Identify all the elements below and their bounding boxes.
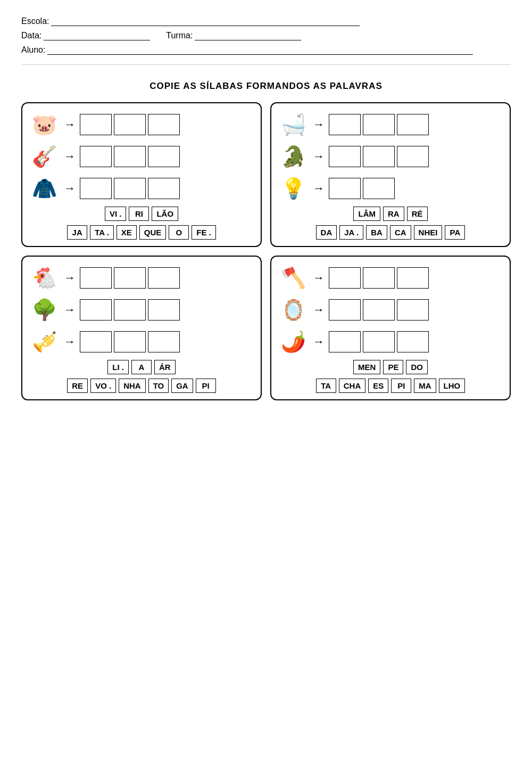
q1-answer-1 [80, 114, 254, 135]
q3-row-2: 🌳 → [29, 296, 254, 324]
ans-box[interactable] [363, 146, 395, 167]
ans-box[interactable] [148, 299, 180, 321]
ans-box[interactable] [363, 267, 395, 289]
ans-box[interactable] [80, 267, 112, 289]
q3-answer-3 [80, 331, 254, 352]
syl-lao: LÃO [152, 207, 178, 221]
mirror-icon: 🪞 [278, 296, 309, 324]
syl-ar: ÁR [154, 360, 176, 374]
ans-box[interactable] [148, 146, 180, 167]
syl-ma: MA [414, 379, 436, 393]
turma-label: Turma: [166, 31, 193, 40]
ans-box[interactable] [329, 114, 361, 135]
quadrant-1: 🐷 → 🎸 → 🧥 → [21, 102, 262, 247]
escola-input[interactable] [51, 16, 360, 26]
ans-box[interactable] [80, 331, 112, 352]
syl-o: O [169, 225, 189, 240]
ans-box[interactable] [329, 178, 361, 199]
q2-row-3: 💡 → [278, 175, 503, 202]
q2-arrow-3: → [313, 182, 325, 195]
syl-que: QUE [139, 225, 167, 240]
axe-icon: 🪓 [278, 264, 309, 292]
q4-answer-1 [329, 267, 503, 289]
q1-row-3: 🧥 → [29, 175, 254, 202]
ans-box[interactable] [148, 267, 180, 289]
syl-nha: NHA [119, 379, 146, 393]
ans-box[interactable] [80, 114, 112, 135]
turma-input[interactable] [195, 30, 301, 40]
tree-icon: 🌳 [29, 296, 60, 324]
ans-box[interactable] [80, 178, 112, 199]
ans-box[interactable] [397, 267, 429, 289]
aluno-label: Aluno: [21, 45, 45, 55]
ans-box[interactable] [114, 114, 146, 135]
ans-box[interactable] [363, 331, 395, 352]
syl-vo: VO . [90, 379, 116, 393]
q4-syllables-top: MEN PE DO [278, 360, 503, 374]
q1-answer-2 [80, 146, 254, 167]
ans-box[interactable] [114, 331, 146, 352]
q2-row-2: 🐊 → [278, 143, 503, 170]
bathtub-icon: 🛁 [278, 111, 309, 138]
pig-icon: 🐷 [29, 111, 60, 138]
ans-box[interactable] [114, 146, 146, 167]
syl-ga: GA [171, 379, 193, 393]
q1-row-1: 🐷 → [29, 111, 254, 138]
q2-arrow-2: → [313, 150, 325, 163]
ans-box[interactable] [80, 146, 112, 167]
ans-box[interactable] [363, 299, 395, 321]
q1-answer-3 [80, 178, 254, 199]
ans-box[interactable] [114, 299, 146, 321]
syl-ta: TA . [90, 225, 114, 240]
syl-fe: FE . [192, 225, 216, 240]
ans-box[interactable] [397, 114, 429, 135]
q2-answer-3 [329, 178, 503, 199]
q4-images: 🪓 → 🪞 → 🌶️ → [278, 264, 503, 356]
q3-answer-1 [80, 267, 254, 289]
syl-pi: PI [196, 379, 216, 393]
ans-box[interactable] [329, 267, 361, 289]
q1-arrow-1: → [64, 118, 76, 132]
q3-row-3: 🎺 → [29, 328, 254, 356]
vest-icon: 🧥 [29, 175, 60, 202]
q3-images: 🐔 → 🌳 → 🎺 → [29, 264, 254, 356]
syl-do: DO [406, 360, 428, 374]
ans-box[interactable] [397, 299, 429, 321]
syl-es: ES [368, 379, 388, 393]
ans-box[interactable] [114, 178, 146, 199]
syl-cha: CHA [339, 379, 366, 393]
hen-icon: 🐔 [29, 264, 60, 292]
ans-box[interactable] [329, 299, 361, 321]
data-input[interactable] [44, 30, 150, 40]
ans-box[interactable] [329, 146, 361, 167]
q1-arrow-2: → [64, 150, 76, 163]
syl-to: TO [148, 379, 169, 393]
syl-pe: PE [383, 360, 403, 374]
q3-arrow-1: → [64, 271, 76, 285]
syl-da: DA [316, 225, 337, 240]
ans-box[interactable] [397, 146, 429, 167]
ans-box[interactable] [148, 178, 180, 199]
syl-ba: BA [366, 225, 387, 240]
ans-box[interactable] [363, 178, 395, 199]
syl-lam: LÂM [353, 207, 380, 221]
syl-ja: JA [67, 225, 87, 240]
syl-pi2: PI [391, 379, 411, 393]
ans-box[interactable] [397, 331, 429, 352]
syl-a: A [131, 360, 152, 374]
header: Escola: Data: Turma: Aluno: [21, 16, 511, 65]
aluno-input[interactable] [47, 45, 473, 55]
q3-arrow-2: → [64, 303, 76, 317]
ans-box[interactable] [363, 114, 395, 135]
syl-men: MEN [353, 360, 380, 374]
q2-syllables-bottom: DA JA . BA CA NHEI PA [278, 225, 503, 240]
q3-arrow-3: → [64, 335, 76, 349]
ans-box[interactable] [148, 114, 180, 135]
syl-ca: CA [390, 225, 411, 240]
q4-row-2: 🪞 → [278, 296, 503, 324]
ans-box[interactable] [148, 331, 180, 352]
ans-box[interactable] [80, 299, 112, 321]
ans-box[interactable] [114, 267, 146, 289]
ans-box[interactable] [329, 331, 361, 352]
q2-answer-2 [329, 146, 503, 167]
